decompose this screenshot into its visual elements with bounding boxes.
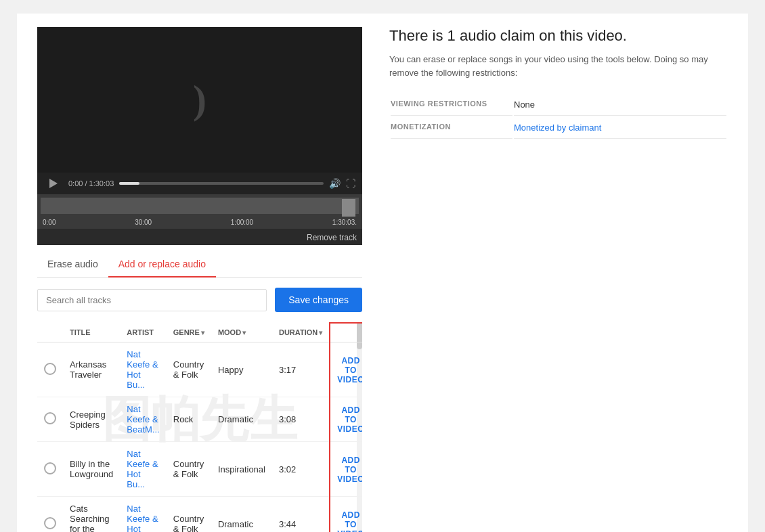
- row-title-1: Arkansas Traveler: [63, 342, 120, 397]
- video-screen: ): [37, 27, 362, 173]
- save-changes-button[interactable]: Save changes: [275, 288, 362, 312]
- table-row: Cats Searching for the Truth Nat Keefe &…: [37, 497, 362, 533]
- duration-sort-arrow: ▾: [319, 329, 322, 336]
- table-row: Billy in the Lowground Nat Keefe & Hot B…: [37, 442, 362, 497]
- col-header-action: [330, 323, 362, 342]
- tab-erase-audio[interactable]: Erase audio: [37, 252, 108, 278]
- row-duration-1: 3:17: [272, 342, 330, 397]
- genre-sort-arrow: ▾: [201, 329, 204, 336]
- restrictions-body: VIEWING RESTRICTIONS None MONETIZATION M…: [391, 94, 726, 139]
- row-genre-2: Rock: [167, 397, 211, 442]
- add-to-video-button-2[interactable]: ADD TO VIDEO: [337, 405, 362, 434]
- video-controls: 0:00 / 1:30:03 🔊 ⛶: [37, 173, 362, 194]
- row-title-3: Billy in the Lowground: [63, 442, 120, 497]
- main-container: ) 0:00 / 1:30:03 🔊 ⛶ 0:00: [17, 14, 748, 532]
- add-to-video-button-1[interactable]: ADD TO VIDEO: [337, 356, 362, 384]
- timeline-markers: 0:00 30:00 1:00:00 1:30:03.: [37, 217, 362, 227]
- right-panel: There is 1 audio claim on this video. Yo…: [389, 27, 728, 532]
- marker-0: 0:00: [43, 219, 56, 226]
- col-header-select: [37, 323, 63, 342]
- restriction-row: VIEWING RESTRICTIONS None: [391, 94, 726, 116]
- row-action-1: ADD TO VIDEO: [330, 342, 362, 397]
- row-genre-3: Country & Folk: [167, 442, 211, 497]
- row-mood-4: Dramatic: [211, 497, 272, 533]
- restriction-label: VIEWING RESTRICTIONS: [391, 94, 512, 116]
- tab-add-replace-audio[interactable]: Add or replace audio: [108, 252, 216, 278]
- restriction-value: None: [514, 99, 535, 110]
- row-artist-3: Nat Keefe & Hot Bu...: [120, 442, 166, 497]
- volume-icon[interactable]: 🔊: [329, 178, 341, 189]
- row-title-4: Cats Searching for the Truth: [63, 497, 120, 533]
- row-select-2[interactable]: [37, 397, 63, 442]
- col-header-duration[interactable]: DURATION ▾: [272, 323, 330, 342]
- monetized-link[interactable]: Monetized by claimant: [514, 123, 601, 133]
- table-header: TITLE ARTIST GENRE ▾: [37, 323, 362, 342]
- restriction-label: MONETIZATION: [391, 117, 512, 139]
- play-button[interactable]: [44, 177, 63, 190]
- row-genre-4: Country & Folk: [167, 497, 211, 533]
- row-action-4: ADD TO VIDEO: [330, 497, 362, 533]
- video-logo: ): [193, 76, 206, 123]
- row-duration-3: 3:02: [272, 442, 330, 497]
- row-select-4[interactable]: [37, 497, 63, 533]
- col-header-genre[interactable]: GENRE ▾: [167, 323, 211, 342]
- add-to-video-button-4[interactable]: ADD TO VIDEO: [337, 510, 362, 533]
- marker-1: 30:00: [135, 219, 152, 226]
- restrictions-table: VIEWING RESTRICTIONS None MONETIZATION M…: [389, 93, 728, 140]
- timeline-area: 0:00 30:00 1:00:00 1:30:03. Remove track: [37, 194, 362, 245]
- table-body: Arkansas Traveler Nat Keefe & Hot Bu... …: [37, 342, 362, 533]
- mood-sort-arrow: ▾: [242, 329, 246, 336]
- search-input[interactable]: [37, 289, 267, 311]
- video-player: ) 0:00 / 1:30:03 🔊 ⛶ 0:00: [37, 27, 362, 245]
- row-artist-4: Nat Keefe & Hot Bu...: [120, 497, 166, 533]
- row-duration-2: 3:08: [272, 397, 330, 442]
- col-header-mood[interactable]: MOOD ▾: [211, 323, 272, 342]
- remove-track-bar: Remove track: [37, 229, 362, 245]
- row-mood-3: Inspirational: [211, 442, 272, 497]
- restriction-value-cell: Monetized by claimant: [514, 117, 726, 139]
- table-row: Creeping Spiders Nat Keefe & BeatM... Ro…: [37, 397, 362, 442]
- row-artist-1: Nat Keefe & Hot Bu...: [120, 342, 166, 397]
- play-icon: [49, 179, 58, 188]
- restriction-value-cell: None: [514, 94, 726, 116]
- timeline-handle[interactable]: [342, 199, 355, 217]
- track-list-area: 图帕先生 Save changes TITLE: [37, 288, 362, 532]
- claim-desc: You can erase or replace songs in your v…: [389, 53, 728, 79]
- col-header-title: TITLE: [63, 323, 120, 342]
- table-wrapper: TITLE ARTIST GENRE ▾: [37, 322, 362, 532]
- row-duration-4: 3:44: [272, 497, 330, 533]
- col-header-artist: ARTIST: [120, 323, 166, 342]
- radio-circle[interactable]: [44, 363, 56, 375]
- remove-track-button[interactable]: Remove track: [307, 233, 357, 242]
- search-save-row: Save changes: [37, 288, 362, 312]
- tabs: Erase audio Add or replace audio: [37, 252, 362, 278]
- left-panel: ) 0:00 / 1:30:03 🔊 ⛶ 0:00: [37, 27, 362, 532]
- claim-title: There is 1 audio claim on this video.: [389, 27, 728, 45]
- marker-3: 1:30:03.: [332, 219, 357, 226]
- timeline-track: [41, 198, 359, 214]
- row-mood-1: Happy: [211, 342, 272, 397]
- progress-fill: [119, 182, 139, 185]
- radio-circle[interactable]: [44, 462, 56, 474]
- track-table: TITLE ARTIST GENRE ▾: [37, 322, 362, 532]
- add-to-video-button-3[interactable]: ADD TO VIDEO: [337, 456, 362, 484]
- row-select-3[interactable]: [37, 442, 63, 497]
- row-mood-2: Dramatic: [211, 397, 272, 442]
- time-display: 0:00 / 1:30:03: [68, 179, 114, 187]
- radio-circle[interactable]: [44, 517, 56, 529]
- restriction-row: MONETIZATION Monetized by claimant: [391, 117, 726, 139]
- fullscreen-icon[interactable]: ⛶: [346, 178, 355, 189]
- row-genre-1: Country & Folk: [167, 342, 211, 397]
- marker-2: 1:00:00: [231, 219, 253, 226]
- row-action-3: ADD TO VIDEO: [330, 442, 362, 497]
- row-title-2: Creeping Spiders: [63, 397, 120, 442]
- table-row: Arkansas Traveler Nat Keefe & Hot Bu... …: [37, 342, 362, 397]
- progress-bar[interactable]: [119, 182, 324, 185]
- radio-circle[interactable]: [44, 412, 56, 424]
- row-artist-2: Nat Keefe & BeatM...: [120, 397, 166, 442]
- row-select-1[interactable]: [37, 342, 63, 397]
- row-action-2: ADD TO VIDEO: [330, 397, 362, 442]
